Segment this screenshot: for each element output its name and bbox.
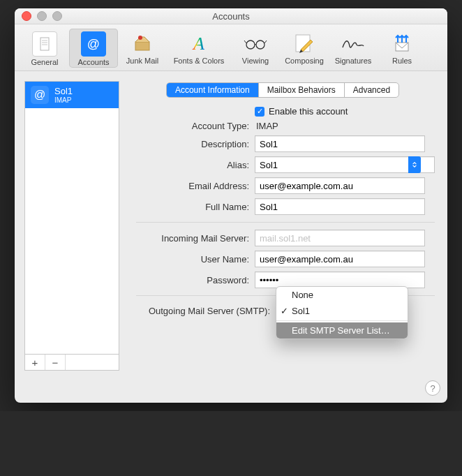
add-account-button[interactable]: +	[25, 355, 45, 370]
toolbar-signatures[interactable]: Signatures	[329, 29, 378, 68]
accounts-sidebar: @ Sol1 IMAP + −	[24, 81, 119, 371]
email-label: Email Address:	[131, 181, 255, 191]
add-remove-bar: + −	[24, 355, 119, 371]
alias-dropdown-button[interactable]	[408, 156, 421, 173]
help-button[interactable]: ?	[425, 380, 440, 396]
toolbar-general[interactable]: General	[20, 29, 69, 68]
account-detail-pane: Account Information Mailbox Behaviors Ad…	[131, 81, 435, 371]
smtp-edit-server-list[interactable]: Edit SMTP Server List…	[276, 322, 408, 339]
enable-label: Enable this account	[269, 106, 348, 117]
toolbar-composing[interactable]: Composing	[280, 29, 329, 68]
svg-point-5	[138, 36, 142, 40]
updown-icon	[412, 162, 417, 168]
remove-account-button[interactable]: −	[45, 355, 66, 370]
glasses-icon	[244, 31, 267, 55]
svg-point-8	[256, 40, 264, 49]
user-name-field[interactable]	[255, 251, 425, 267]
full-name-label: Full Name:	[131, 202, 255, 212]
toolbar-label: Junk Mail	[126, 57, 158, 65]
toolbar-label: Signatures	[335, 57, 372, 65]
incoming-server-label: Incoming Mail Server:	[131, 233, 255, 244]
user-name-label: User Name:	[131, 254, 255, 265]
account-type-label: Account Type:	[131, 121, 255, 131]
at-sign-icon: @	[81, 31, 106, 57]
window-title: Accounts	[15, 11, 447, 22]
signature-icon	[341, 31, 365, 55]
tab-advanced[interactable]: Advanced	[345, 83, 398, 97]
incoming-server-field	[255, 230, 425, 246]
content-area: @ Sol1 IMAP + − Account Information Mail…	[15, 71, 447, 380]
alias-label: Alias:	[131, 160, 255, 170]
account-row-sol1[interactable]: @ Sol1 IMAP	[25, 82, 119, 108]
toolbar-label: Viewing	[242, 57, 269, 65]
spacer	[66, 355, 119, 370]
svg-rect-4	[135, 42, 149, 50]
accounts-list[interactable]: @ Sol1 IMAP	[24, 81, 119, 355]
toolbar-junk-mail[interactable]: Junk Mail	[118, 29, 167, 68]
full-name-field[interactable]	[255, 198, 425, 215]
toolbar-accounts[interactable]: @ Accounts	[69, 29, 118, 68]
description-field[interactable]	[255, 135, 425, 152]
svg-point-7	[246, 40, 255, 49]
smtp-option-none[interactable]: None	[276, 287, 408, 303]
separator	[136, 222, 435, 223]
svg-text:A: A	[192, 34, 204, 54]
toolbar-label: General	[31, 58, 58, 66]
description-label: Description:	[131, 139, 255, 149]
titlebar: Accounts	[15, 8, 447, 24]
toolbar-rules[interactable]: Rules	[378, 29, 426, 68]
smtp-option-sol1[interactable]: Sol1	[276, 303, 408, 319]
toolbar-label: Composing	[285, 57, 324, 65]
rules-icon	[390, 31, 414, 55]
tab-account-information[interactable]: Account Information	[167, 83, 259, 97]
toolbar-label: Rules	[392, 57, 412, 65]
preferences-toolbar: General @ Accounts Junk Mail A Fonts & C…	[15, 24, 447, 71]
smtp-label: Outgoing Mail Server (SMTP):	[131, 306, 276, 316]
menu-separator	[276, 320, 408, 321]
toolbar-fonts-colors[interactable]: A Fonts & Colors	[167, 29, 231, 68]
tab-mailbox-behaviors[interactable]: Mailbox Behaviors	[259, 83, 345, 97]
compose-icon	[292, 31, 316, 55]
junk-icon	[131, 31, 154, 55]
preferences-window: Accounts General @ Accounts Junk Mail A …	[15, 8, 447, 403]
account-type-value: IMAP	[255, 121, 435, 131]
svg-rect-0	[40, 38, 49, 50]
fonts-icon: A	[187, 31, 211, 55]
at-sign-icon: @	[31, 86, 49, 104]
toolbar-viewing[interactable]: Viewing	[231, 29, 280, 68]
password-label: Password:	[131, 275, 255, 285]
account-name: Sol1	[54, 87, 73, 96]
toolbar-label: Fonts & Colors	[174, 57, 225, 65]
tab-group: Account Information Mailbox Behaviors Ad…	[131, 82, 435, 98]
enable-account-checkbox[interactable]: ✓ Enable this account	[255, 106, 435, 117]
smtp-popup-menu: None Sol1 Edit SMTP Server List…	[276, 286, 408, 339]
account-type: IMAP	[54, 96, 73, 104]
general-icon	[32, 31, 57, 57]
email-field[interactable]	[255, 177, 425, 194]
checkmark-icon: ✓	[255, 107, 264, 117]
toolbar-label: Accounts	[77, 58, 109, 66]
